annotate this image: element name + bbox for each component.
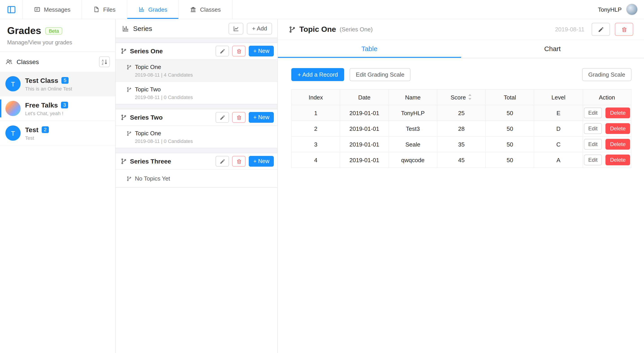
edit-grading-scale-button[interactable]: Edit Grading Scale (350, 68, 411, 81)
col-level: Level (534, 89, 583, 105)
series-name: Series Threee (130, 158, 171, 165)
no-topics-label: No Topics Yet (135, 175, 170, 182)
cell-score: 28 (437, 121, 486, 136)
cell-total: 50 (486, 136, 534, 152)
tab-label: Classes (200, 6, 221, 13)
series-chart-button[interactable] (229, 23, 244, 34)
new-topic-button[interactable]: + New (249, 112, 274, 123)
branch-icon (126, 64, 132, 70)
divider (116, 104, 278, 109)
cell-level: E (534, 105, 583, 121)
tab-grades[interactable]: Grades (126, 0, 178, 19)
app-logo-icon[interactable] (0, 0, 22, 19)
classes-header: Classes (0, 51, 115, 72)
edit-record-button[interactable]: Edit (584, 155, 602, 165)
trash-icon (621, 26, 627, 32)
branch-icon (126, 131, 132, 136)
score-sort-icon (468, 94, 472, 100)
grading-scale-button[interactable]: Grading Scale (582, 68, 632, 81)
app: Messages Files Grades Classes TonyHLP (0, 0, 644, 353)
delete-series-button[interactable] (232, 112, 246, 123)
delete-record-button[interactable]: Delete (606, 107, 630, 118)
tab-classes[interactable]: Classes (178, 0, 232, 19)
class-item-free-talks[interactable]: Free Talks 3 Let's Chat, yeah ! (0, 96, 115, 121)
cell-action: Edit Delete (582, 152, 631, 168)
table-row: 3 2019-01-01 Seale 35 50 C Edit Delete (292, 136, 631, 152)
col-date: Date (340, 89, 389, 105)
sort-az-icon (101, 58, 108, 65)
username[interactable]: TonyHLP (598, 6, 622, 13)
topic-item-topic-one[interactable]: Topic One 2019-08-11 | 0 Candidates (116, 125, 278, 148)
page-subtitle: Manage/View your grades (7, 39, 108, 46)
cell-index: 4 (292, 152, 340, 168)
tab-chart[interactable]: Chart (461, 40, 644, 58)
new-topic-button[interactable]: + New (249, 156, 274, 167)
top-navigation: Messages Files Grades Classes TonyHLP (0, 0, 644, 19)
branch-icon (126, 176, 132, 181)
branch-icon (120, 48, 127, 54)
add-series-button[interactable]: + Add (247, 23, 272, 34)
line-chart-icon (233, 25, 239, 31)
edit-record-button[interactable]: Edit (584, 107, 602, 118)
col-score[interactable]: Score (437, 89, 486, 105)
topic-meta: 2019-08-11 | 0 Candidates (135, 94, 273, 100)
no-topics-row: No Topics Yet (116, 169, 278, 187)
cell-index: 2 (292, 121, 340, 136)
class-avatar-illustration (6, 101, 20, 116)
records-table: Index Date Name Score Total Level Action… (291, 89, 632, 168)
class-count-badge: 3 (61, 101, 68, 108)
table-row: 2 2019-01-01 Test3 28 50 D Edit Delete (292, 121, 631, 136)
cell-level: A (534, 152, 583, 168)
cell-date: 2019-01-01 (340, 136, 389, 152)
topic-item-topic-one[interactable]: Topic One 2019-08-11 | 4 Candidates (116, 59, 278, 81)
delete-series-button[interactable] (232, 46, 246, 56)
nav-tabs: Messages Files Grades Classes (22, 0, 232, 19)
branch-icon (126, 87, 132, 92)
sort-classes-button[interactable] (99, 56, 110, 67)
cell-score: 25 (437, 105, 486, 121)
class-list: T Test Class 5 This is an Online Test Fr… (0, 72, 115, 146)
delete-record-button[interactable]: Delete (606, 123, 630, 134)
cell-name: TonyHLP (388, 105, 437, 121)
bank-icon (190, 6, 196, 12)
sidebar: Grades Beta Manage/View your grades Clas… (0, 19, 116, 353)
view-tabs: Table Chart (278, 40, 644, 58)
class-item-test-class[interactable]: T Test Class 5 This is an Online Test (0, 72, 115, 96)
col-name: Name (388, 89, 437, 105)
add-record-button[interactable]: + Add a Record (291, 68, 344, 81)
edit-series-button[interactable] (216, 112, 229, 123)
edit-series-button[interactable] (216, 46, 229, 56)
delete-record-button[interactable]: Delete (606, 139, 630, 150)
tab-table[interactable]: Table (278, 40, 461, 58)
class-avatar: T (6, 76, 20, 91)
cell-date: 2019-01-01 (340, 121, 389, 136)
topic-item-topic-two[interactable]: Topic Two 2019-08-11 | 0 Candidates (116, 81, 278, 104)
delete-topic-button[interactable] (615, 23, 633, 36)
delete-record-button[interactable]: Delete (606, 155, 630, 165)
cell-level: D (534, 121, 583, 136)
cell-level: C (534, 136, 583, 152)
series-panel-title: Series (133, 25, 152, 32)
user-avatar[interactable] (626, 3, 638, 15)
topic-title: Topic One (299, 25, 336, 34)
topic-panel: Topic One (Series One) 2019-08-11 Table … (278, 19, 644, 353)
table-row: 1 2019-01-01 TonyHLP 25 50 E Edit Delete (292, 105, 631, 121)
tab-label: Messages (44, 6, 70, 13)
tab-messages[interactable]: Messages (22, 0, 82, 19)
edit-record-button[interactable]: Edit (584, 123, 602, 134)
class-item-test[interactable]: T Test 2 Test (0, 121, 115, 146)
divider (116, 148, 278, 153)
edit-topic-button[interactable] (592, 23, 610, 36)
class-description: This is an Online Test (25, 86, 72, 91)
class-name: Free Talks (25, 101, 58, 109)
topic-series-label: (Series One) (340, 26, 373, 33)
edit-record-button[interactable]: Edit (584, 139, 602, 150)
new-topic-button[interactable]: + New (249, 46, 274, 56)
tab-files[interactable]: Files (82, 0, 127, 19)
topic-name: Topic One (135, 64, 161, 70)
topic-meta: 2019-08-11 | 4 Candidates (135, 72, 273, 77)
edit-series-button[interactable] (216, 156, 229, 167)
delete-series-button[interactable] (232, 156, 246, 167)
series-group-one: Series One + New Topic One 2019-08-11 | … (116, 43, 278, 104)
table-header-row: Index Date Name Score Total Level Action (292, 89, 631, 105)
